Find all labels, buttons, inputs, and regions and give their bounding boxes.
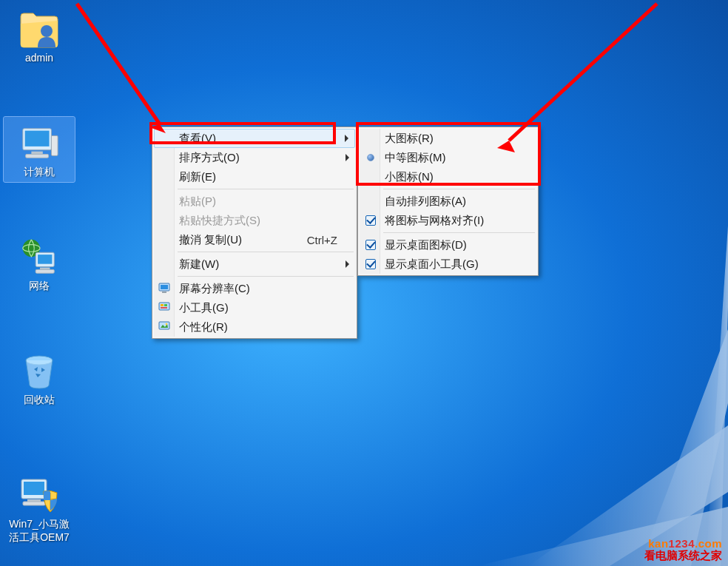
svg-rect-25	[161, 304, 164, 306]
desktop-icon-activation-tool[interactable]: Win7_小马激活工具OEM7	[4, 472, 75, 544]
submenu-item-medium-icons[interactable]: 中等图标(M)	[360, 148, 536, 167]
menu-item-paste: 粘贴(P)	[154, 192, 355, 211]
menu-label: 小图标(N)	[385, 170, 434, 184]
watermark-url: kan1234.com	[648, 537, 722, 550]
menu-item-undo-copy[interactable]: 撤消 复制(U) Ctrl+Z	[154, 230, 355, 249]
submenu-item-show-desktop-icons[interactable]: 显示桌面图标(D)	[360, 235, 536, 255]
svg-point-4	[41, 25, 53, 37]
svg-rect-20	[23, 502, 45, 505]
svg-rect-8	[26, 154, 49, 158]
menu-label: 中等图标(M)	[385, 151, 446, 165]
svg-rect-9	[51, 135, 58, 155]
submenu-item-show-desktop-gadgets[interactable]: 显示桌面小工具(G)	[360, 255, 536, 274]
submenu-item-align-to-grid[interactable]: 将图标与网格对齐(I)	[360, 211, 536, 230]
submenu-item-small-icons[interactable]: 小图标(N)	[360, 167, 536, 186]
menu-separator	[383, 232, 535, 233]
menu-label: 排序方式(O)	[179, 151, 240, 165]
monitor-icon	[157, 281, 173, 296]
shield-tool-icon	[18, 475, 60, 516]
computer-icon	[18, 123, 60, 164]
menu-label: 查看(V)	[179, 132, 216, 146]
menu-separator	[178, 189, 354, 189]
menu-label: 粘贴快捷方式(S)	[179, 214, 260, 228]
menu-item-paste-shortcut: 粘贴快捷方式(S)	[154, 211, 355, 230]
icon-label: 计算机	[4, 166, 75, 179]
menu-label: 显示桌面图标(D)	[385, 238, 467, 252]
svg-marker-2	[639, 329, 728, 566]
icon-label: admin	[4, 52, 75, 65]
svg-line-32	[509, 4, 657, 141]
menu-label: 撤消 复制(U)	[179, 233, 242, 247]
menu-item-personalize[interactable]: 个性化(R)	[154, 317, 355, 337]
check-icon	[363, 237, 379, 252]
svg-rect-13	[38, 255, 52, 264]
svg-rect-22	[161, 285, 168, 289]
submenu-arrow-icon	[346, 154, 349, 161]
personalize-icon	[157, 320, 173, 334]
menu-label: 大图标(R)	[385, 132, 434, 146]
svg-rect-7	[31, 152, 42, 155]
menu-label: 小工具(G)	[179, 301, 229, 315]
svg-rect-26	[164, 304, 167, 306]
menu-separator	[178, 252, 354, 252]
menu-label: 显示桌面小工具(G)	[385, 257, 479, 272]
icon-label: 回收站	[4, 394, 75, 407]
watermark-text: 看电脑系统之家	[644, 549, 722, 563]
view-submenu[interactable]: 大图标(R) 中等图标(M) 小图标(N) 自动排列图标(A) 将图标与网格对齐…	[357, 127, 539, 276]
svg-rect-23	[162, 292, 166, 293]
menu-label: 将图标与网格对齐(I)	[385, 214, 484, 228]
check-icon	[363, 213, 379, 228]
menu-label: 屏幕分辨率(C)	[179, 282, 250, 296]
menu-item-refresh[interactable]: 刷新(E)	[154, 167, 355, 186]
desktop-context-menu[interactable]: 查看(V) 排序方式(O) 刷新(E) 粘贴(P) 粘贴快捷方式(S) 撤消 复…	[152, 127, 357, 339]
desktop-icon-computer[interactable]: 计算机	[4, 117, 75, 182]
submenu-item-large-icons[interactable]: 大图标(R)	[360, 129, 536, 148]
menu-separator	[178, 276, 354, 277]
radio-selected-icon	[363, 150, 379, 165]
recycle-bin-icon	[18, 351, 60, 392]
gadgets-icon	[157, 300, 173, 315]
desktop-icon-network[interactable]: 网络	[4, 234, 75, 293]
menu-separator	[383, 189, 535, 189]
svg-rect-28	[159, 322, 169, 329]
menu-label: 个性化(R)	[179, 320, 228, 334]
annotation-arrow-left	[62, 0, 195, 148]
menu-item-gadgets[interactable]: 小工具(G)	[154, 298, 355, 317]
menu-label: 刷新(E)	[179, 170, 216, 184]
submenu-arrow-icon	[346, 260, 349, 268]
menu-label: 粘贴(P)	[179, 195, 216, 209]
menu-item-view[interactable]: 查看(V)	[154, 129, 355, 148]
svg-rect-6	[25, 131, 50, 146]
check-icon	[363, 257, 379, 272]
submenu-arrow-icon	[345, 135, 348, 142]
menu-shortcut: Ctrl+Z	[277, 234, 337, 246]
menu-item-new[interactable]: 新建(W)	[154, 255, 355, 274]
svg-marker-3	[706, 226, 728, 566]
svg-rect-15	[36, 269, 54, 273]
icon-label: Win7_小马激活工具OEM7	[4, 518, 75, 544]
svg-line-30	[77, 4, 160, 124]
menu-label: 自动排列图标(A)	[385, 195, 466, 209]
icon-label: 网络	[4, 280, 75, 293]
desktop-icon-recycle-bin[interactable]: 回收站	[4, 348, 75, 407]
menu-label: 新建(W)	[179, 257, 219, 272]
folder-user-icon	[18, 9, 60, 50]
network-icon	[18, 237, 60, 278]
desktop-icon-user-folder[interactable]: admin	[4, 6, 75, 65]
svg-rect-27	[161, 307, 167, 309]
submenu-item-auto-arrange[interactable]: 自动排列图标(A)	[360, 192, 536, 211]
svg-rect-18	[24, 482, 44, 495]
menu-item-screen-resolution[interactable]: 屏幕分辨率(C)	[154, 279, 355, 298]
svg-point-29	[166, 323, 168, 326]
menu-item-sort[interactable]: 排序方式(O)	[154, 148, 355, 167]
